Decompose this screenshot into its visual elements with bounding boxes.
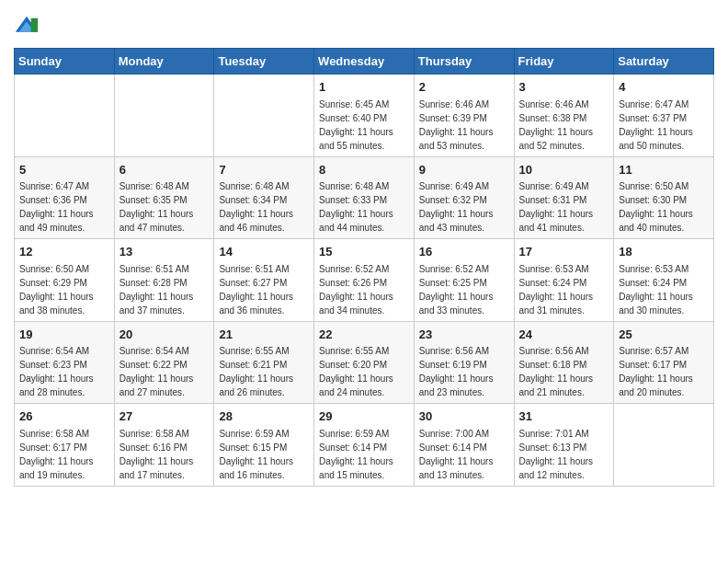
day-info: Sunrise: 6:51 AM Sunset: 6:27 PM Dayligh… [219,262,309,317]
calendar-cell: 23Sunrise: 6:56 AM Sunset: 6:19 PM Dayli… [414,321,514,404]
calendar-cell [614,404,714,487]
calendar-cell: 29Sunrise: 6:59 AM Sunset: 6:14 PM Dayli… [314,404,415,487]
calendar-week-row: 5Sunrise: 6:47 AM Sunset: 6:36 PM Daylig… [15,156,714,239]
day-number: 24 [519,326,609,344]
day-info: Sunrise: 7:01 AM Sunset: 6:13 PM Dayligh… [519,427,609,482]
day-number: 2 [419,78,509,97]
calendar-cell [214,75,314,157]
calendar-cell: 25Sunrise: 6:57 AM Sunset: 6:17 PM Dayli… [614,321,714,404]
day-info: Sunrise: 6:46 AM Sunset: 6:38 PM Dayligh… [519,98,609,153]
calendar-cell: 3Sunrise: 6:46 AM Sunset: 6:38 PM Daylig… [514,75,614,157]
day-info: Sunrise: 6:51 AM Sunset: 6:28 PM Dayligh… [119,262,210,317]
logo-icon [14,15,40,40]
day-number: 17 [519,243,609,261]
day-info: Sunrise: 6:56 AM Sunset: 6:19 PM Dayligh… [419,344,509,399]
calendar-cell: 19Sunrise: 6:54 AM Sunset: 6:23 PM Dayli… [15,321,115,404]
day-info: Sunrise: 6:46 AM Sunset: 6:39 PM Dayligh… [419,98,509,153]
day-number: 29 [319,408,409,426]
day-info: Sunrise: 6:56 AM Sunset: 6:18 PM Dayligh… [519,344,609,399]
calendar-cell: 6Sunrise: 6:48 AM Sunset: 6:35 PM Daylig… [114,156,214,239]
calendar-cell: 9Sunrise: 6:49 AM Sunset: 6:32 PM Daylig… [414,156,514,239]
day-number: 6 [119,161,210,179]
day-number: 28 [219,408,309,426]
calendar-cell: 10Sunrise: 6:49 AM Sunset: 6:31 PM Dayli… [514,156,614,239]
calendar-header-sunday: Sunday [15,49,115,75]
logo [14,15,41,40]
calendar-table: SundayMondayTuesdayWednesdayThursdayFrid… [14,48,714,487]
calendar-header-wednesday: Wednesday [314,49,415,75]
calendar-cell: 4Sunrise: 6:47 AM Sunset: 6:37 PM Daylig… [614,75,714,157]
day-number: 12 [19,243,109,261]
calendar-cell: 14Sunrise: 6:51 AM Sunset: 6:27 PM Dayli… [214,239,314,322]
day-info: Sunrise: 6:59 AM Sunset: 6:14 PM Dayligh… [319,427,409,482]
day-info: Sunrise: 6:52 AM Sunset: 6:26 PM Dayligh… [319,262,409,317]
calendar-cell: 30Sunrise: 7:00 AM Sunset: 6:14 PM Dayli… [414,404,514,487]
day-info: Sunrise: 6:53 AM Sunset: 6:24 PM Dayligh… [519,262,609,317]
calendar-week-row: 1Sunrise: 6:45 AM Sunset: 6:40 PM Daylig… [15,75,714,157]
day-info: Sunrise: 6:52 AM Sunset: 6:25 PM Dayligh… [419,262,509,317]
day-number: 1 [319,78,409,97]
day-info: Sunrise: 6:50 AM Sunset: 6:30 PM Dayligh… [619,179,709,235]
day-info: Sunrise: 6:58 AM Sunset: 6:16 PM Dayligh… [119,427,210,482]
day-number: 16 [419,243,509,261]
calendar-week-row: 26Sunrise: 6:58 AM Sunset: 6:17 PM Dayli… [15,404,714,487]
calendar-header-saturday: Saturday [614,49,714,75]
calendar-cell: 13Sunrise: 6:51 AM Sunset: 6:28 PM Dayli… [114,239,214,322]
day-info: Sunrise: 6:58 AM Sunset: 6:17 PM Dayligh… [19,427,109,482]
day-number: 18 [619,243,709,261]
day-number: 31 [519,408,609,426]
calendar-cell: 8Sunrise: 6:48 AM Sunset: 6:33 PM Daylig… [314,156,415,239]
calendar-cell: 21Sunrise: 6:55 AM Sunset: 6:21 PM Dayli… [214,321,314,404]
day-number: 4 [619,78,709,97]
calendar-cell: 2Sunrise: 6:46 AM Sunset: 6:39 PM Daylig… [414,75,514,157]
day-info: Sunrise: 6:47 AM Sunset: 6:36 PM Dayligh… [19,179,109,235]
calendar-cell: 1Sunrise: 6:45 AM Sunset: 6:40 PM Daylig… [314,75,415,157]
day-number: 3 [519,78,609,97]
day-number: 27 [119,408,210,426]
day-info: Sunrise: 6:49 AM Sunset: 6:32 PM Dayligh… [419,179,509,235]
svg-marker-2 [31,18,38,32]
calendar-header-row: SundayMondayTuesdayWednesdayThursdayFrid… [15,49,714,75]
day-info: Sunrise: 6:54 AM Sunset: 6:22 PM Dayligh… [119,344,210,399]
calendar-header-thursday: Thursday [414,49,514,75]
day-number: 26 [19,408,109,426]
day-number: 10 [519,161,609,179]
calendar-cell: 26Sunrise: 6:58 AM Sunset: 6:17 PM Dayli… [15,404,115,487]
calendar-week-row: 12Sunrise: 6:50 AM Sunset: 6:29 PM Dayli… [15,239,714,322]
day-number: 22 [319,326,409,344]
day-number: 21 [219,326,309,344]
day-number: 30 [419,408,509,426]
day-info: Sunrise: 6:48 AM Sunset: 6:33 PM Dayligh… [319,179,409,235]
day-number: 7 [219,161,309,179]
day-info: Sunrise: 7:00 AM Sunset: 6:14 PM Dayligh… [419,427,509,482]
calendar-cell: 11Sunrise: 6:50 AM Sunset: 6:30 PM Dayli… [614,156,714,239]
day-number: 15 [319,243,409,261]
day-number: 11 [619,161,709,179]
day-info: Sunrise: 6:48 AM Sunset: 6:34 PM Dayligh… [219,179,309,235]
day-info: Sunrise: 6:55 AM Sunset: 6:20 PM Dayligh… [319,344,409,399]
calendar-cell [114,75,214,157]
day-number: 9 [419,161,509,179]
calendar-cell: 22Sunrise: 6:55 AM Sunset: 6:20 PM Dayli… [314,321,415,404]
calendar-cell: 18Sunrise: 6:53 AM Sunset: 6:24 PM Dayli… [614,239,714,322]
day-number: 25 [619,326,709,344]
day-info: Sunrise: 6:49 AM Sunset: 6:31 PM Dayligh… [519,179,609,235]
day-number: 23 [419,326,509,344]
calendar-cell: 7Sunrise: 6:48 AM Sunset: 6:34 PM Daylig… [214,156,314,239]
day-info: Sunrise: 6:50 AM Sunset: 6:29 PM Dayligh… [19,262,109,317]
day-number: 13 [119,243,210,261]
day-info: Sunrise: 6:53 AM Sunset: 6:24 PM Dayligh… [619,262,709,317]
calendar-cell [15,75,115,157]
calendar-body: 1Sunrise: 6:45 AM Sunset: 6:40 PM Daylig… [15,75,714,487]
calendar-cell: 16Sunrise: 6:52 AM Sunset: 6:25 PM Dayli… [414,239,514,322]
calendar-header-monday: Monday [114,49,214,75]
day-number: 19 [19,326,109,344]
calendar-cell: 5Sunrise: 6:47 AM Sunset: 6:36 PM Daylig… [15,156,115,239]
calendar-cell: 27Sunrise: 6:58 AM Sunset: 6:16 PM Dayli… [114,404,214,487]
day-info: Sunrise: 6:48 AM Sunset: 6:35 PM Dayligh… [119,179,210,235]
day-info: Sunrise: 6:45 AM Sunset: 6:40 PM Dayligh… [319,98,409,153]
day-info: Sunrise: 6:54 AM Sunset: 6:23 PM Dayligh… [19,344,109,399]
day-number: 14 [219,243,309,261]
calendar-cell: 15Sunrise: 6:52 AM Sunset: 6:26 PM Dayli… [314,239,415,322]
day-info: Sunrise: 6:59 AM Sunset: 6:15 PM Dayligh… [219,427,309,482]
